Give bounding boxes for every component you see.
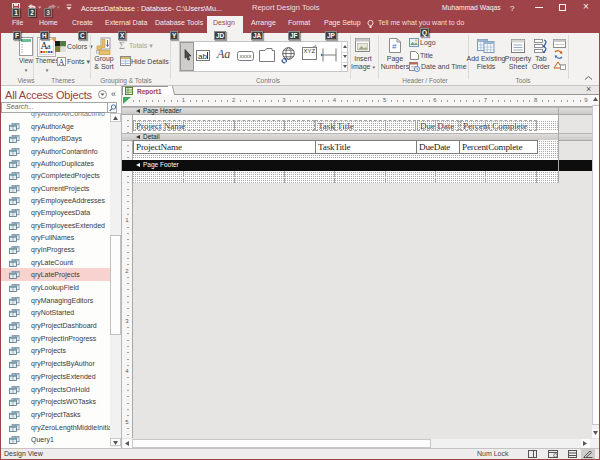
svg-text:xxxx: xxxx: [240, 53, 252, 59]
svg-text:A: A: [59, 58, 65, 67]
svg-text:XYZ: XYZ: [304, 48, 316, 54]
svg-text:a: a: [47, 42, 51, 51]
svg-text:Σ: Σ: [119, 40, 125, 50]
svg-text:ab: ab: [198, 52, 207, 61]
svg-text:#: #: [392, 42, 397, 51]
